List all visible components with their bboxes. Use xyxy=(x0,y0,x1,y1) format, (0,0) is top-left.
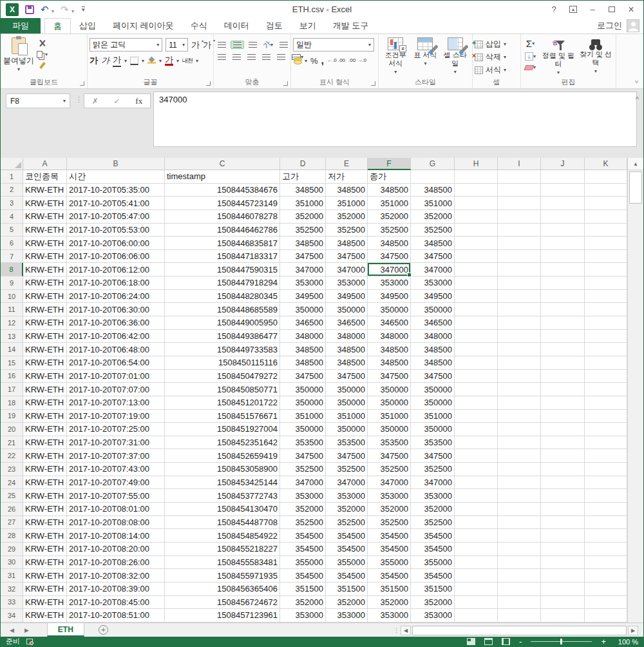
collapse-formula-bar-button[interactable]: ^ xyxy=(636,95,639,103)
cell-H4[interactable] xyxy=(455,210,498,224)
cell-H24[interactable] xyxy=(455,476,498,490)
cell-K11[interactable] xyxy=(585,303,627,316)
tab-review[interactable]: 검토 xyxy=(258,18,291,34)
cell-I7[interactable] xyxy=(498,250,541,264)
cell-H27[interactable] xyxy=(455,516,498,530)
cell-H34[interactable] xyxy=(455,609,498,623)
column-header-F[interactable]: F xyxy=(368,158,411,170)
cell-I18[interactable] xyxy=(498,396,541,410)
cell-J17[interactable] xyxy=(541,383,585,396)
login-button[interactable]: 로그인 xyxy=(597,20,622,32)
cell-A21[interactable]: KRW-ETH xyxy=(23,436,67,450)
cell-K20[interactable] xyxy=(585,423,627,436)
cell-J7[interactable] xyxy=(541,250,585,264)
cell-D13[interactable]: 348000 xyxy=(280,330,326,343)
cell-D21[interactable]: 353500 xyxy=(280,436,326,450)
cell-K30[interactable] xyxy=(585,556,627,570)
cell-I34[interactable] xyxy=(498,609,541,623)
cell-C23[interactable]: 1508453058900 xyxy=(165,463,280,476)
cell-K28[interactable] xyxy=(585,529,627,543)
row-header-29[interactable]: 29 xyxy=(1,543,23,556)
cell-J6[interactable] xyxy=(541,237,585,250)
cell-E14[interactable]: 348500 xyxy=(326,343,368,356)
cell-D16[interactable]: 347500 xyxy=(280,370,326,383)
cell-F34[interactable]: 353000 xyxy=(368,609,411,623)
shrink-font-button[interactable]: 가 xyxy=(203,39,211,51)
cell-F1[interactable]: 종가 xyxy=(368,170,411,184)
cell-G31[interactable]: 354500 xyxy=(411,569,455,583)
cell-J21[interactable] xyxy=(541,436,585,450)
cell-F27[interactable]: 352500 xyxy=(368,516,411,530)
cell-F30[interactable]: 355000 xyxy=(368,556,411,570)
cell-H29[interactable] xyxy=(455,543,498,556)
cell-J32[interactable] xyxy=(541,583,585,596)
undo-dropdown[interactable]: ▾ xyxy=(52,8,54,14)
cell-K31[interactable] xyxy=(585,569,627,583)
cell-K9[interactable] xyxy=(585,276,627,290)
customize-qat-button[interactable]: ▾ xyxy=(82,6,85,12)
cell-I25[interactable] xyxy=(498,489,541,503)
cell-K1[interactable] xyxy=(585,170,627,184)
cell-A28[interactable]: KRW-ETH xyxy=(23,529,67,543)
cell-A9[interactable]: KRW-ETH xyxy=(23,276,67,290)
cell-E29[interactable]: 354500 xyxy=(326,543,368,556)
cell-A18[interactable]: KRW-ETH xyxy=(23,396,67,410)
cell-C2[interactable]: 1508445384676 xyxy=(165,184,280,197)
cell-G4[interactable]: 352000 xyxy=(411,210,455,224)
cell-B16[interactable]: 2017-10-20T07:01:00 xyxy=(67,370,165,383)
cell-E9[interactable]: 353000 xyxy=(326,276,368,290)
cell-I30[interactable] xyxy=(498,556,541,570)
cell-G2[interactable]: 348500 xyxy=(411,184,455,197)
cell-E11[interactable]: 350000 xyxy=(326,303,368,316)
cell-E17[interactable]: 350000 xyxy=(326,383,368,396)
page-break-view-button[interactable] xyxy=(502,638,510,645)
cell-C22[interactable]: 1508452659419 xyxy=(165,449,280,463)
scroll-left-button[interactable]: ◀ xyxy=(401,626,411,635)
cell-C28[interactable]: 1508454854922 xyxy=(165,529,280,543)
column-header-G[interactable]: G xyxy=(411,158,455,170)
row-header-2[interactable]: 2 xyxy=(1,184,23,197)
cell-C19[interactable]: 1508451576671 xyxy=(165,410,280,423)
cell-E26[interactable]: 352000 xyxy=(326,503,368,516)
cell-D6[interactable]: 348500 xyxy=(280,237,326,250)
clipboard-dialog-launcher[interactable] xyxy=(80,81,84,86)
cell-B23[interactable]: 2017-10-20T07:43:00 xyxy=(67,463,165,476)
cell-J23[interactable] xyxy=(541,463,585,476)
cell-A10[interactable]: KRW-ETH xyxy=(23,290,67,304)
cell-D20[interactable]: 350000 xyxy=(280,423,326,436)
cell-H6[interactable] xyxy=(455,237,498,250)
cell-B15[interactable]: 2017-10-20T06:54:00 xyxy=(67,356,165,370)
cell-E34[interactable]: 353000 xyxy=(326,609,368,623)
cell-G14[interactable]: 348500 xyxy=(411,343,455,356)
insert-cells-button[interactable]: +삽입▾ xyxy=(475,39,506,50)
cell-G3[interactable]: 351000 xyxy=(411,197,455,210)
cell-D9[interactable]: 353000 xyxy=(280,276,326,290)
cell-F32[interactable]: 351500 xyxy=(368,583,411,596)
cell-H11[interactable] xyxy=(455,303,498,316)
cell-D33[interactable]: 352000 xyxy=(280,596,326,610)
cell-D34[interactable]: 353000 xyxy=(280,609,326,623)
cell-H12[interactable] xyxy=(455,316,498,330)
cell-B34[interactable]: 2017-10-20T08:51:00 xyxy=(67,609,165,623)
row-header-27[interactable]: 27 xyxy=(1,516,23,530)
cell-B18[interactable]: 2017-10-20T07:13:00 xyxy=(67,396,165,410)
cell-J20[interactable] xyxy=(541,423,585,436)
cell-D23[interactable]: 352500 xyxy=(280,463,326,476)
cell-A15[interactable]: KRW-ETH xyxy=(23,356,67,370)
cell-B20[interactable]: 2017-10-20T07:25:00 xyxy=(67,423,165,436)
row-header-3[interactable]: 3 xyxy=(1,197,23,210)
cell-J1[interactable] xyxy=(541,170,585,184)
cell-E13[interactable]: 348000 xyxy=(326,330,368,343)
cell-A34[interactable]: KRW-ETH xyxy=(23,609,67,623)
zoom-in-button[interactable]: + xyxy=(601,638,606,645)
cell-B7[interactable]: 2017-10-20T06:06:00 xyxy=(67,250,165,264)
cell-G7[interactable]: 347500 xyxy=(411,250,455,264)
cell-J5[interactable] xyxy=(541,224,585,237)
italic-button[interactable]: 가 xyxy=(101,55,109,66)
cell-B29[interactable]: 2017-10-20T08:20:00 xyxy=(67,543,165,556)
tab-view[interactable]: 보기 xyxy=(291,18,325,34)
underline-dropdown[interactable]: ▾ xyxy=(124,58,127,64)
cell-styles-button[interactable]: 셀 스타일▾ xyxy=(440,35,470,77)
zoom-slider[interactable] xyxy=(531,641,592,642)
cell-K33[interactable] xyxy=(585,596,627,610)
